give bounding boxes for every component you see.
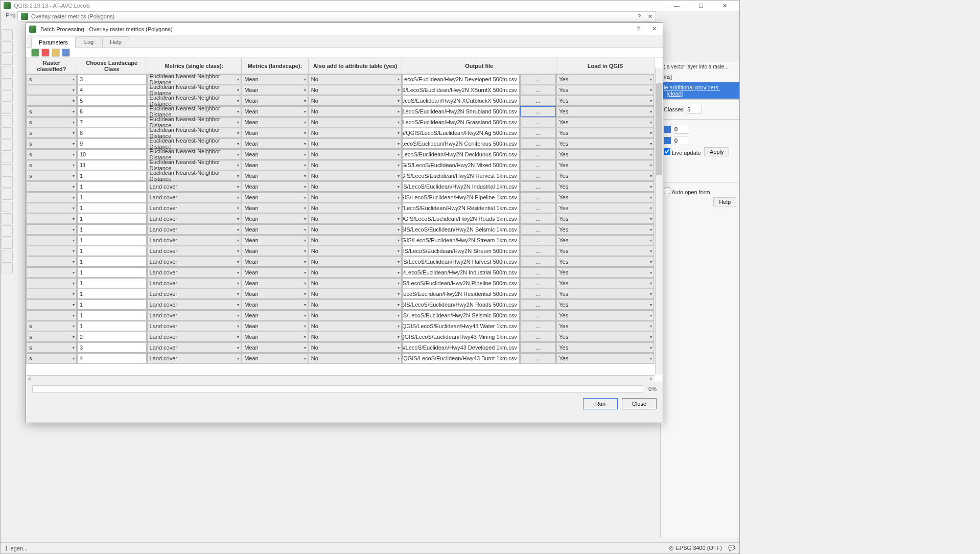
output-file-input[interactable]: n/Maps/QGIS/LecoS/Euclidean/Hwy2N Ag 500… bbox=[402, 128, 520, 138]
tool-btn[interactable] bbox=[2, 90, 13, 102]
browse-button[interactable]: ... bbox=[520, 332, 556, 342]
col-class[interactable]: Choose Landscape Class bbox=[77, 58, 147, 74]
metric-landscape-select[interactable]: Mean bbox=[242, 289, 308, 299]
landscape-class-input[interactable]: 11 bbox=[77, 160, 147, 170]
output-file-input[interactable]: laps/QGIS/LecoS/Euclidean/Hwy2N Mixed 50… bbox=[402, 160, 520, 170]
tool-btn[interactable] bbox=[2, 225, 13, 237]
add-attr-select[interactable]: No bbox=[309, 74, 402, 84]
landscape-class-input[interactable]: 1 bbox=[77, 192, 147, 202]
metric-single-select[interactable]: Land cover bbox=[147, 235, 242, 245]
add-attr-select[interactable]: No bbox=[309, 299, 402, 310]
metric-landscape-select[interactable]: Mean bbox=[242, 117, 308, 127]
tab-log[interactable]: Log bbox=[77, 36, 101, 47]
tool-btn[interactable] bbox=[2, 213, 13, 224]
add-attr-select[interactable]: No bbox=[309, 353, 402, 363]
metric-single-select[interactable]: Euclidean Nearest-Neighbor Distance bbox=[147, 171, 242, 181]
browse-button[interactable]: ... bbox=[520, 192, 556, 202]
landscape-class-input[interactable]: 2 bbox=[77, 332, 147, 342]
landscape-class-input[interactable]: 1 bbox=[77, 235, 147, 245]
metric-landscape-select[interactable]: Mean bbox=[242, 299, 308, 310]
output-file-input[interactable]: /Maps/QGIS/LecoS/Euclidean/Hwy43 Mining … bbox=[402, 332, 520, 342]
output-file-input[interactable]: laps/QGIS/LecoS/Euclidean/Hwy2N Harvest … bbox=[402, 171, 520, 181]
add-attr-select[interactable]: No bbox=[309, 149, 402, 159]
load-in-qgis-select[interactable]: Yes bbox=[556, 246, 654, 256]
raster-classified-select[interactable] bbox=[27, 278, 77, 288]
tab-help[interactable]: Help bbox=[102, 36, 129, 47]
landscape-class-input[interactable]: 4 bbox=[77, 353, 147, 363]
browse-button[interactable]: ... bbox=[520, 138, 556, 149]
metric-single-select[interactable]: Euclidean Nearest-Neighbor Distance bbox=[147, 117, 242, 127]
vertical-scrollbar[interactable] bbox=[655, 68, 663, 375]
metric-single-select[interactable]: Euclidean Nearest-Neighbor Distance bbox=[147, 128, 242, 138]
raster-classified-select[interactable] bbox=[27, 203, 77, 213]
landscape-class-input[interactable]: 6 bbox=[77, 106, 147, 117]
output-file-input[interactable]: ps/QGIS/LecoS/Euclidean/Hwy2N XBurntX 50… bbox=[402, 85, 520, 95]
raster-classified-select[interactable] bbox=[27, 85, 77, 95]
metric-landscape-select[interactable]: Mean bbox=[242, 235, 308, 245]
load-in-qgis-select[interactable]: Yes bbox=[556, 117, 654, 127]
landscape-class-input[interactable]: 4 bbox=[77, 85, 147, 95]
browse-button[interactable]: ... bbox=[520, 321, 556, 331]
landscape-class-input[interactable]: 1 bbox=[77, 246, 147, 256]
output-file-input[interactable]: ps/QGIS/LecoS/Euclidean/Hwy2N Stream 500… bbox=[402, 246, 520, 256]
landscape-class-input[interactable]: 1 bbox=[77, 181, 147, 192]
landscape-class-input[interactable]: 1 bbox=[77, 321, 147, 331]
tool-btn[interactable] bbox=[2, 152, 13, 163]
tool-btn[interactable] bbox=[2, 127, 13, 138]
tool-btn[interactable] bbox=[2, 54, 13, 65]
raster-classified-select[interactable] bbox=[27, 310, 77, 320]
load-in-qgis-select[interactable]: Yes bbox=[556, 181, 654, 192]
add-attr-select[interactable]: No bbox=[309, 128, 402, 138]
browse-button[interactable]: ... bbox=[520, 310, 556, 320]
classes-input[interactable] bbox=[687, 105, 702, 114]
landscape-class-input[interactable]: 1 bbox=[77, 214, 147, 224]
output-file-input[interactable]: /Maps/QGIS/LecoS/Euclidean/Hwy43 Burnt 1… bbox=[402, 353, 520, 363]
raster-classified-select[interactable] bbox=[27, 246, 77, 256]
close-icon[interactable]: ✕ bbox=[649, 25, 660, 33]
metric-single-select[interactable]: Land cover bbox=[147, 257, 242, 267]
help-icon[interactable]: ? bbox=[634, 25, 643, 33]
raster-classified-select[interactable]: s bbox=[27, 117, 77, 127]
add-attr-select[interactable]: No bbox=[309, 224, 402, 235]
metric-landscape-select[interactable]: Mean bbox=[242, 85, 308, 95]
metric-single-select[interactable]: Land cover bbox=[147, 267, 242, 278]
metric-landscape-select[interactable]: Mean bbox=[242, 149, 308, 159]
batch-titlebar[interactable]: Batch Processing - Overlay raster metric… bbox=[26, 23, 663, 35]
browse-button[interactable]: ... bbox=[520, 353, 556, 363]
add-attr-select[interactable]: No bbox=[309, 342, 402, 353]
load-in-qgis-select[interactable]: Yes bbox=[556, 278, 654, 288]
metric-single-select[interactable]: Land cover bbox=[147, 181, 242, 192]
landscape-class-input[interactable]: 1 bbox=[77, 171, 147, 181]
output-file-input[interactable]: /QGIS/LecoS/Euclidean/Hwy2N Developed 50… bbox=[402, 74, 520, 84]
load-in-qgis-select[interactable]: Yes bbox=[556, 85, 654, 95]
color-swatch[interactable] bbox=[664, 137, 671, 144]
raster-classified-select[interactable]: s bbox=[27, 128, 77, 138]
output-file-input[interactable]: QGIS/LecoS/Euclidean/Hwy2N Residential 5… bbox=[402, 289, 520, 299]
add-attr-select[interactable]: No bbox=[309, 96, 402, 106]
load-in-qgis-select[interactable]: Yes bbox=[556, 321, 654, 331]
tool-btn[interactable] bbox=[2, 238, 13, 249]
raster-classified-select[interactable] bbox=[27, 299, 77, 310]
output-file-input[interactable]: ps/QGIS/LecoS/Euclidean/Hwy2N Pipeline 5… bbox=[402, 278, 520, 288]
close-button[interactable]: ✕ bbox=[713, 1, 736, 11]
tool-btn[interactable] bbox=[2, 250, 13, 261]
metric-single-select[interactable]: Euclidean Nearest-Neighbor Distance bbox=[147, 160, 242, 170]
browse-button[interactable]: ... bbox=[520, 203, 556, 213]
landscape-class-input[interactable]: 1 bbox=[77, 278, 147, 288]
output-file-input[interactable]: QGIS/LecoS/Euclidean/Hwy2N Coniferous 50… bbox=[402, 138, 520, 149]
col-metric-landscape[interactable]: Metrics (landscape): bbox=[242, 58, 309, 74]
browse-button[interactable]: ... bbox=[520, 289, 556, 299]
metric-landscape-select[interactable]: Mean bbox=[242, 353, 308, 363]
scroll-left-icon[interactable]: < bbox=[26, 376, 33, 381]
metric-single-select[interactable]: Euclidean Nearest-Neighbor Distance bbox=[147, 106, 242, 117]
load-in-qgis-select[interactable]: Yes bbox=[556, 342, 654, 353]
metric-single-select[interactable]: Land cover bbox=[147, 353, 242, 363]
load-in-qgis-select[interactable]: Yes bbox=[556, 224, 654, 235]
tool-btn[interactable] bbox=[2, 176, 13, 188]
load-in-qgis-select[interactable]: Yes bbox=[556, 203, 654, 213]
add-attr-select[interactable]: No bbox=[309, 106, 402, 117]
add-attr-select[interactable]: No bbox=[309, 332, 402, 342]
load-in-qgis-select[interactable]: Yes bbox=[556, 192, 654, 202]
metric-single-select[interactable]: Land cover bbox=[147, 214, 242, 224]
metric-landscape-select[interactable]: Mean bbox=[242, 278, 308, 288]
